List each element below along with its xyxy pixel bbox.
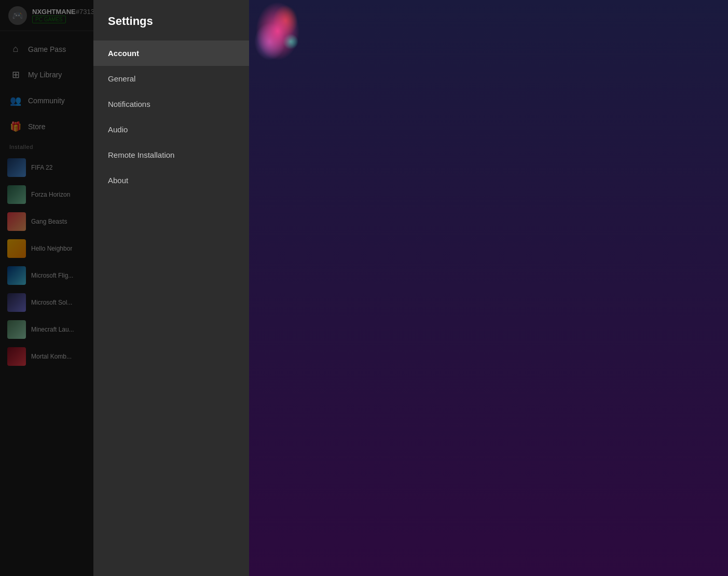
settings-nav-notifications[interactable]: Notifications [93, 91, 249, 117]
settings-title: Settings [93, 15, 249, 40]
profile-avatar [270, 45, 337, 112]
avatar-artwork [270, 45, 337, 112]
settings-nav-audio[interactable]: Audio [93, 117, 249, 142]
settings-nav-remote[interactable]: Remote Installation [93, 142, 249, 168]
settings-panel-right: ✕ Account EDIT NXGHTMANE#7313 CHANGE GAM… [249, 0, 728, 576]
settings-nav-account[interactable]: Account [93, 40, 249, 66]
settings-nav-general[interactable]: General [93, 66, 249, 91]
settings-panel-left: Settings Account General Notifications A… [93, 0, 249, 576]
settings-overlay: Settings Account General Notifications A… [0, 0, 728, 576]
settings-nav-about[interactable]: About [93, 168, 249, 193]
